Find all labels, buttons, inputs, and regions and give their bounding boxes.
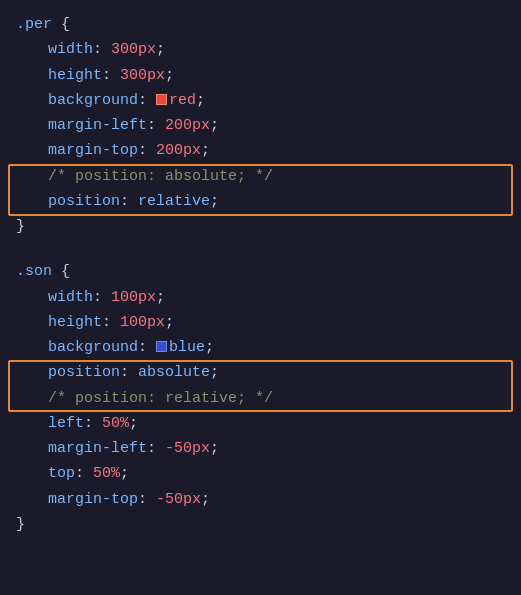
per-close-line: } xyxy=(0,214,521,239)
per-width-line: width: 300px; xyxy=(0,37,521,62)
per-background-line: background: red; xyxy=(0,88,521,113)
code-editor: .per { width: 300px; height: 300px; back… xyxy=(0,0,521,595)
son-top-line: top: 50%; xyxy=(0,461,521,486)
son-width-line: width: 100px; xyxy=(0,285,521,310)
per-margin-top-line: margin-top: 200px; xyxy=(0,138,521,163)
son-background-line: background: blue; xyxy=(0,335,521,360)
son-selector: .son xyxy=(16,260,52,283)
son-height-line: height: 100px; xyxy=(0,310,521,335)
son-position-line: position: absolute; xyxy=(0,360,521,385)
son-comment-line: /* position: relative; */ xyxy=(0,386,521,411)
son-close-line: } xyxy=(0,512,521,537)
per-height-line: height: 300px; xyxy=(0,63,521,88)
son-selector-line: .son { xyxy=(0,259,521,284)
red-swatch xyxy=(156,94,167,105)
son-margin-left-line: margin-left: -50px; xyxy=(0,436,521,461)
per-position-line: position: relative; xyxy=(0,189,521,214)
per-comment-line: /* position: absolute; */ xyxy=(0,164,521,189)
per-selector: .per xyxy=(16,13,52,36)
empty-line-1 xyxy=(0,239,521,259)
per-margin-left-line: margin-left: 200px; xyxy=(0,113,521,138)
son-margin-top-line: margin-top: -50px; xyxy=(0,487,521,512)
son-left-line: left: 50%; xyxy=(0,411,521,436)
blue-swatch xyxy=(156,341,167,352)
per-selector-line: .per { xyxy=(0,12,521,37)
